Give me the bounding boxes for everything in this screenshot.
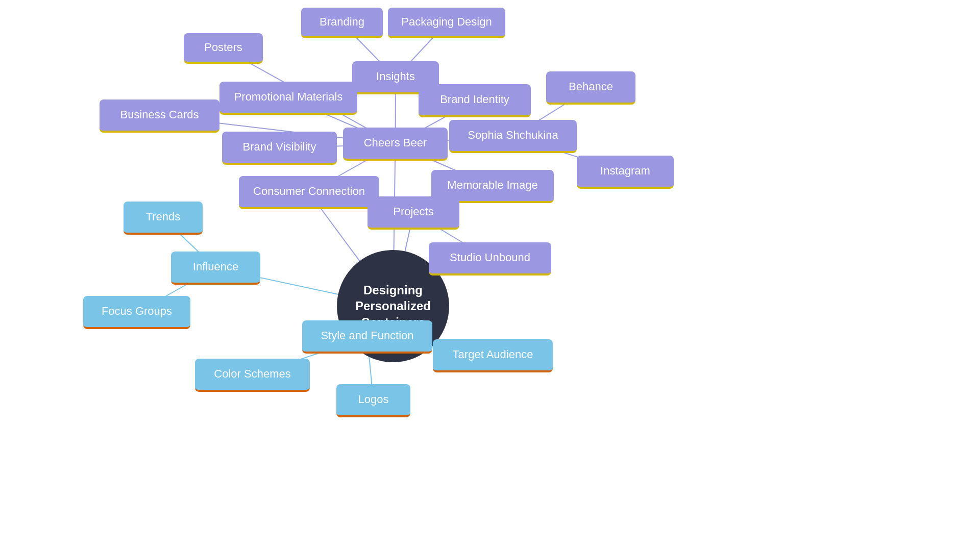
node-branding[interactable]: Branding (301, 8, 383, 38)
node-label-projects: Projects (393, 205, 433, 219)
node-label-studioUnbound: Studio Unbound (450, 251, 530, 265)
node-label-behance: Behance (569, 80, 613, 94)
node-focusGroups[interactable]: Focus Groups (83, 296, 190, 329)
node-consumerConnection[interactable]: Consumer Connection (239, 176, 379, 209)
node-label-instagram: Instagram (600, 164, 650, 179)
node-label-sophiaShchukina: Sophia Shchukina (468, 128, 558, 143)
node-influence[interactable]: Influence (171, 252, 260, 285)
node-label-styleAndFunction: Style and Function (321, 329, 413, 343)
node-label-businessCards: Business Cards (120, 108, 199, 122)
node-label-promotionalMaterials: Promotional Materials (234, 90, 343, 105)
node-label-insights: Insights (376, 69, 415, 84)
node-label-packagingDesign: Packaging Design (401, 15, 492, 30)
node-sophiaShchukina[interactable]: Sophia Shchukina (449, 120, 577, 153)
node-logos[interactable]: Logos (336, 384, 410, 417)
node-label-targetAudience: Target Audience (453, 347, 533, 362)
node-label-focusGroups: Focus Groups (102, 304, 172, 319)
node-label-memorableImage: Memorable Image (447, 178, 537, 193)
node-label-cheersBeer: Cheers Beer (364, 136, 427, 151)
node-label-branding: Branding (320, 15, 364, 30)
node-projects[interactable]: Projects (368, 196, 459, 230)
node-label-posters: Posters (204, 40, 242, 55)
node-trends[interactable]: Trends (124, 202, 203, 235)
node-brandIdentity[interactable]: Brand Identity (419, 84, 531, 117)
node-behance[interactable]: Behance (546, 71, 635, 105)
node-colorSchemes[interactable]: Color Schemes (195, 359, 310, 392)
node-instagram[interactable]: Instagram (577, 156, 674, 189)
node-label-trends: Trends (146, 210, 181, 224)
node-promotionalMaterials[interactable]: Promotional Materials (219, 82, 357, 115)
node-cheersBeer[interactable]: Cheers Beer (343, 128, 448, 161)
node-studioUnbound[interactable]: Studio Unbound (429, 242, 551, 276)
node-label-logos: Logos (358, 392, 389, 407)
node-label-colorSchemes: Color Schemes (214, 367, 290, 382)
node-label-brandIdentity: Brand Identity (440, 92, 509, 107)
node-targetAudience[interactable]: Target Audience (433, 339, 553, 372)
node-posters[interactable]: Posters (184, 33, 263, 64)
node-brandVisibility[interactable]: Brand Visibility (222, 132, 337, 165)
node-businessCards[interactable]: Business Cards (100, 99, 219, 133)
node-styleAndFunction[interactable]: Style and Function (302, 320, 432, 354)
node-label-influence: Influence (193, 260, 238, 274)
node-label-consumerConnection: Consumer Connection (253, 184, 365, 199)
node-packagingDesign[interactable]: Packaging Design (388, 8, 505, 38)
mind-map-connections (0, 0, 980, 551)
node-label-brandVisibility: Brand Visibility (243, 140, 316, 155)
